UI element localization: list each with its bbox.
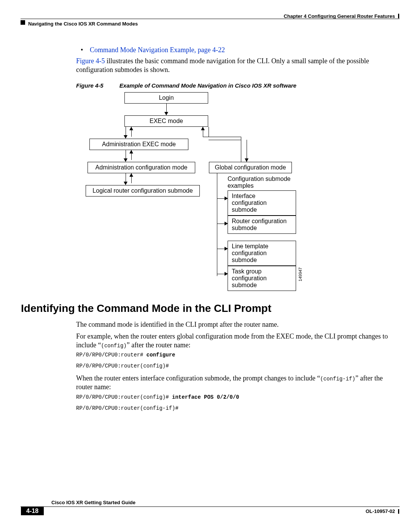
header-box-left xyxy=(21,20,25,25)
code1-prompt: RP/0/RP0/CPU0:router# xyxy=(76,352,147,358)
header-section: Navigating the Cisco IOS XR Command Mode… xyxy=(28,21,138,27)
figure-xref[interactable]: Figure 4-5 xyxy=(76,57,105,65)
node-login: Login xyxy=(124,92,208,104)
footer-bar-right xyxy=(398,509,399,514)
para-mode-identified: The command mode is identified in the CL… xyxy=(76,321,388,329)
header-bar-right xyxy=(398,14,399,18)
code-config-prompt: RP/0/RP0/CPU0:router(config)# xyxy=(76,363,169,369)
xref-link[interactable]: Command Mode Navigation Example, page 4-… xyxy=(90,46,225,54)
figure-title: Example of Command Mode Navigation in Ci… xyxy=(119,82,296,89)
code3-cmd: interface POS 0/2/0/0 xyxy=(172,394,239,400)
footer-page-number: 4-18 xyxy=(21,507,44,515)
node-sub-line: Line template configuration submode xyxy=(228,241,296,266)
para4-part-a: When the router enters interface configu… xyxy=(76,374,320,382)
code3-prompt: RP/0/RP0/CPU0:router(config)# xyxy=(76,394,172,400)
code1-cmd: configure xyxy=(147,352,175,358)
node-lr-cfg-sub: Logical router configuration submode xyxy=(86,185,200,197)
node-exec: EXEC mode xyxy=(124,115,208,127)
node-sub-router: Router configuration submode xyxy=(228,216,296,234)
header-chapter: Chapter 4 Configuring General Router Fea… xyxy=(284,13,395,19)
node-admin-exec: Administration EXEC mode xyxy=(89,139,188,150)
para4-inline-code: (config-if) xyxy=(320,376,355,382)
submode-group-label: Configuration submode examples xyxy=(228,176,300,189)
figure-number: Figure 4-5 xyxy=(76,82,104,89)
para3-part-b: ” after the router name: xyxy=(127,341,191,349)
footer-guide-title: Cisco IOS XR Getting Started Guide xyxy=(51,500,135,505)
node-sub-task: Task group configuration submode xyxy=(228,266,296,291)
footer-rule xyxy=(21,506,400,507)
code-interface: RP/0/RP0/CPU0:router(config)# interface … xyxy=(76,394,239,400)
mode-navigation-diagram: Login EXEC mode Administration EXEC mode… xyxy=(88,92,304,290)
para-config-example: For example, when the router enters glob… xyxy=(76,332,388,350)
bullet-link-row: • Command Mode Navigation Example, page … xyxy=(82,46,225,54)
para3-inline-code: (config) xyxy=(101,343,126,349)
figure-id-number: 149947 xyxy=(298,267,303,281)
code-configure: RP/0/RP0/CPU0:router# configure xyxy=(76,352,175,358)
code-config-if-prompt: RP/0/RP0/CPU0:router(config-if)# xyxy=(76,405,178,411)
node-sub-iface: Interface configuration submode xyxy=(228,190,296,216)
bullet-icon: • xyxy=(81,46,83,54)
intro-paragraph-text: illustrates the basic command mode navig… xyxy=(76,57,369,73)
node-global-cfg: Global configuration mode xyxy=(209,162,292,173)
figure-caption: Figure 4-5 Example of Command Mode Navig… xyxy=(76,82,296,89)
node-admin-cfg: Administration configuration mode xyxy=(88,162,195,173)
footer-doc-number: OL-10957-02 xyxy=(366,508,395,514)
intro-paragraph: Figure 4-5 illustrates the basic command… xyxy=(76,57,388,75)
para-config-if: When the router enters interface configu… xyxy=(76,374,388,392)
section-heading: Identifying the Command Mode in the CLI … xyxy=(21,302,271,315)
